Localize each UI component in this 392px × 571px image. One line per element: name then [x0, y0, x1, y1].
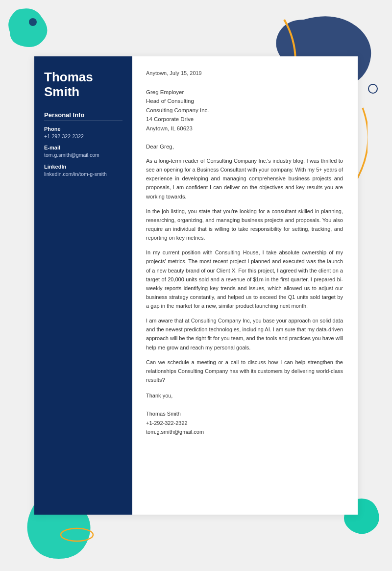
date-line: Anytown, July 15, 2019	[146, 70, 343, 76]
recipient-address: 14 Corporate Drive	[146, 115, 343, 124]
email-label: E-mail	[44, 145, 122, 150]
deco-oval-bottom-left	[59, 527, 93, 542]
paragraph-5: Can we schedule a meeting or a call to d…	[146, 358, 343, 384]
personal-info-title: Personal Info	[44, 111, 122, 121]
recipient-name: Greg Employer	[146, 88, 343, 97]
recipient-city: Anytown, IL 60623	[146, 124, 343, 133]
paragraph-4: I am aware that at Consulting Company In…	[146, 316, 343, 352]
recipient-company: Consulting Company Inc.	[146, 106, 343, 115]
recipient-title: Head of Consulting	[146, 97, 343, 105]
signature-phone: +1-292-322-2322	[146, 419, 343, 428]
closing-block: Thank you, Thomas Smith +1-292-322-2322 …	[146, 391, 343, 437]
svg-point-0	[29, 18, 37, 26]
recipient-block: Greg Employer Head of Consulting Consult…	[146, 88, 343, 133]
salutation: Dear Greg,	[146, 144, 343, 149]
signature-email: tom.g.smith@gmail.com	[146, 427, 343, 437]
paragraph-2: In the job listing, you state that you'r…	[146, 207, 343, 243]
phone-value: +1-292-322-2322	[44, 133, 122, 140]
closing-text: Thank you,	[146, 391, 343, 400]
sidebar: Thomas Smith Personal Info Phone +1-292-…	[34, 56, 132, 515]
email-value: tom.g.smith@gmail.com	[44, 151, 122, 159]
letter-container: Thomas Smith Personal Info Phone +1-292-…	[34, 56, 358, 515]
svg-point-2	[61, 528, 93, 541]
svg-point-1	[368, 84, 377, 93]
paragraph-1: As a long-term reader of Consulting Comp…	[146, 156, 343, 201]
main-content: Anytown, July 15, 2019 Greg Employer Hea…	[132, 56, 358, 515]
deco-circle-right	[368, 83, 377, 93]
signature-name: Thomas Smith	[146, 409, 343, 419]
candidate-name: Thomas Smith	[44, 70, 122, 99]
phone-label: Phone	[44, 126, 122, 132]
linkedin-value: linkedin.com/in/tom-g-smith	[44, 171, 122, 178]
deco-blob-top-left	[7, 7, 47, 47]
paragraph-3: In my current position with Consulting H…	[146, 248, 343, 310]
linkedin-label: LinkedIn	[44, 164, 122, 170]
